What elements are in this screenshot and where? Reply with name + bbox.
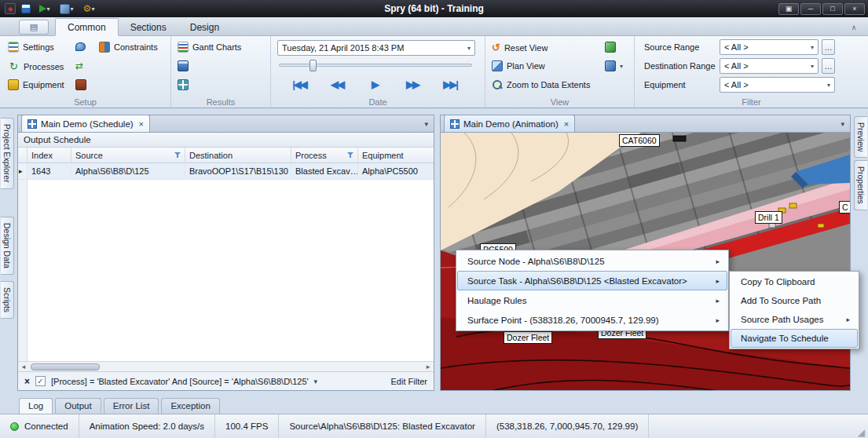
- scroll-left-icon[interactable]: ◂: [18, 363, 29, 370]
- resources-button[interactable]: [75, 79, 86, 90]
- maximize-button[interactable]: □: [822, 3, 843, 15]
- date-dropdown-icon[interactable]: ▾: [463, 45, 471, 52]
- source-filter-icon[interactable]: [174, 152, 181, 159]
- tab-common[interactable]: Common: [55, 18, 119, 36]
- gantt-charts-button[interactable]: Gantt Charts: [178, 42, 241, 53]
- dependencies-button[interactable]: ⇄: [75, 60, 83, 71]
- close-button[interactable]: ×: [844, 3, 865, 15]
- animation-tabbar: Main Demo (Animation) × ▾: [441, 115, 850, 133]
- submenu-item-add-to-source-path[interactable]: Add To Source Path: [731, 291, 858, 310]
- column-header-index[interactable]: Index: [27, 148, 71, 162]
- date-slider[interactable]: [279, 64, 472, 67]
- layers-button[interactable]: [605, 42, 616, 53]
- equipment-filter-dropdown-icon[interactable]: ▾: [822, 82, 830, 89]
- destination-range-combobox[interactable]: < All >▾: [720, 58, 819, 74]
- processes-button[interactable]: ↻Processes: [8, 60, 64, 72]
- resize-grip-icon[interactable]: ◢: [858, 427, 868, 438]
- source-range-dropdown-icon[interactable]: ▾: [806, 44, 814, 51]
- cell-process[interactable]: Blasted Excav…: [291, 163, 358, 179]
- cell-source[interactable]: Alpha\S6\B8\D\125: [71, 163, 185, 179]
- annotations-button[interactable]: [75, 42, 86, 51]
- report-button[interactable]: [178, 60, 189, 71]
- schedule-tab-list-dropdown-icon[interactable]: ▾: [424, 120, 434, 128]
- submenu-item-copy-to-clipboard[interactable]: Copy To Clipboard: [731, 272, 858, 291]
- cell-equipment[interactable]: Alpha\PC5500: [358, 163, 434, 179]
- filter-expression[interactable]: [Process] = 'Blasted Excavator' And [Sou…: [51, 377, 309, 386]
- minimize-button[interactable]: ─: [800, 3, 821, 15]
- run-dropdown-icon[interactable]: ▾: [46, 5, 49, 13]
- plan-view-button[interactable]: Plan View: [492, 60, 545, 71]
- rewind-button[interactable]: ◀◀: [320, 74, 354, 94]
- column-header-equipment[interactable]: Equipment: [358, 148, 434, 162]
- table-row[interactable]: ▸ 1643 Alpha\S6\B8\D\125 BravoOOP1\S17\B…: [18, 163, 434, 180]
- ribbon-collapse-button[interactable]: ∧: [848, 22, 860, 33]
- tools-dropdown-icon[interactable]: ▾: [91, 5, 94, 13]
- menu-item-source-task[interactable]: Source Task - Alpha\S6\B8\D\125 <Blasted…: [457, 271, 727, 290]
- equipment-filter-combobox[interactable]: < All >▾: [720, 77, 835, 93]
- tab-design[interactable]: Design: [178, 19, 231, 35]
- date-slider-thumb[interactable]: [309, 60, 317, 71]
- scrollbar-thumb[interactable]: [31, 363, 100, 370]
- green-cube-icon: [605, 42, 616, 53]
- filter-dropdown-icon[interactable]: ▾: [314, 378, 318, 385]
- process-filter-icon[interactable]: [347, 152, 354, 159]
- tab-log[interactable]: Log: [19, 398, 53, 414]
- destination-range-ellipsis-button[interactable]: …: [822, 58, 835, 74]
- publish-dropdown-icon[interactable]: ▾: [70, 5, 73, 13]
- schedule-tab-icon: [27, 119, 37, 129]
- reset-view-button[interactable]: ↺Reset View: [492, 42, 548, 53]
- tab-error-list[interactable]: Error List: [104, 398, 159, 414]
- tab-sections[interactable]: Sections: [119, 19, 178, 35]
- menu-item-source-node[interactable]: Source Node - Alpha\S6\B8\D\125▸: [457, 251, 727, 271]
- window-title: Spry (64 bit) - Training: [0, 0, 868, 17]
- tab-output[interactable]: Output: [55, 398, 101, 414]
- sidebar-tab-project-explorer[interactable]: Project Explorer: [1, 118, 14, 189]
- sidebar-tab-properties[interactable]: Properties: [854, 160, 867, 210]
- menu-item-surface-point[interactable]: Surface Point - (538318.26, 7000945.7, 1…: [457, 310, 727, 330]
- fast-forward-button[interactable]: ▶▶: [395, 74, 430, 94]
- tab-exception[interactable]: Exception: [161, 398, 220, 414]
- skip-to-start-button[interactable]: |◀◀: [282, 74, 317, 94]
- sidebar-tab-preview[interactable]: Preview: [854, 116, 867, 158]
- animation-tab-close-icon[interactable]: ×: [562, 119, 569, 129]
- skip-to-end-button[interactable]: ▶▶|: [433, 74, 467, 94]
- view-cube-button[interactable]: ▾: [605, 60, 623, 71]
- scroll-right-icon[interactable]: ▸: [423, 363, 434, 370]
- cell-index[interactable]: 1643: [27, 163, 71, 179]
- source-range-ellipsis-button[interactable]: …: [822, 39, 835, 55]
- clear-filter-icon[interactable]: ×: [24, 376, 30, 387]
- date-combobox[interactable]: Tuesday, 21 April 2015 8:43 PM▾: [277, 40, 475, 56]
- run-button[interactable]: ▾: [35, 2, 54, 15]
- publish-button[interactable]: ▾: [57, 2, 76, 15]
- menu-item-haulage-rules[interactable]: Haulage Rules▸: [457, 290, 727, 310]
- zoom-to-data-extents-button[interactable]: Zoom to Data Extents: [492, 79, 590, 90]
- window-style-button[interactable]: ▣: [778, 3, 799, 15]
- view-cube-dropdown-icon[interactable]: ▾: [620, 63, 623, 70]
- tab-main-demo-animation[interactable]: Main Demo (Animation) ×: [444, 115, 575, 132]
- source-range-combobox[interactable]: < All >▾: [720, 39, 819, 55]
- app-icon[interactable]: ◆: [4, 2, 16, 15]
- submenu-item-navigate-to-schedule[interactable]: Navigate To Schedule: [731, 329, 858, 348]
- play-button[interactable]: ▶: [357, 74, 392, 94]
- column-header-source[interactable]: Source: [71, 148, 185, 162]
- sidebar-tab-design-data[interactable]: Design Data: [1, 217, 14, 275]
- sidebar-tab-scripts[interactable]: Scripts: [1, 281, 14, 319]
- destination-range-dropdown-icon[interactable]: ▾: [806, 63, 814, 70]
- edit-filter-link[interactable]: Edit Filter: [391, 377, 427, 386]
- settings-button[interactable]: Settings: [8, 42, 54, 53]
- application-menu-button[interactable]: ▤: [19, 20, 49, 35]
- save-button[interactable]: [20, 2, 32, 15]
- filter-checkbox[interactable]: ✓: [35, 376, 46, 386]
- tools-button[interactable]: ⚙▾: [79, 2, 98, 15]
- submenu-item-source-path-usages[interactable]: Source Path Usages▸: [731, 310, 858, 329]
- equipment-button[interactable]: Equipment: [8, 79, 64, 90]
- constraints-button[interactable]: Constraints: [99, 42, 158, 53]
- schedule-tab-close-icon[interactable]: ×: [137, 119, 144, 129]
- column-header-process[interactable]: Process: [291, 148, 358, 162]
- animation-tab-list-dropdown-icon[interactable]: ▾: [841, 120, 850, 128]
- horizontal-scrollbar[interactable]: ◂ ▸: [18, 361, 434, 371]
- results-table-button[interactable]: [178, 79, 189, 90]
- column-header-destination[interactable]: Destination: [185, 148, 291, 162]
- cell-destination[interactable]: BravoOOP1\S17\B15\130: [185, 163, 291, 179]
- tab-main-demo-schedule[interactable]: Main Demo (Schedule) ×: [21, 115, 150, 132]
